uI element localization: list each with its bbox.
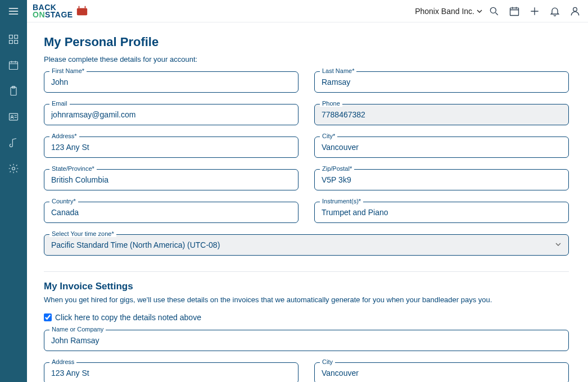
zip-label: Zip/Postal* (320, 165, 354, 172)
invoice-name-field: Name or Company (44, 330, 569, 351)
invoice-form: Name or Company Address City (44, 330, 569, 382)
clipboard-icon (8, 85, 19, 99)
sidebar-item-calendar[interactable] (7, 60, 20, 73)
chevron-down-icon (477, 7, 482, 16)
invoice-section-desc: When you get hired for gigs, we'll use t… (44, 295, 569, 304)
svg-point-1 (490, 7, 496, 13)
invoice-name-label: Name or Company (49, 326, 106, 333)
city-label: City* (320, 133, 337, 139)
invoice-address-input[interactable] (44, 362, 298, 382)
instrument-input[interactable] (314, 202, 569, 223)
profile-form: First Name* Last Name* Email Phone Addre… (44, 71, 569, 256)
hamburger-menu-button[interactable] (0, 0, 27, 22)
band-selector-label: Phonix Band Inc. (415, 7, 474, 16)
address-label: Address* (49, 133, 79, 139)
sidebar-item-music[interactable] (7, 137, 20, 151)
first-name-input[interactable] (44, 71, 298, 93)
state-input[interactable] (44, 169, 298, 190)
calendar-icon (8, 60, 19, 73)
logo-mark-icon (76, 5, 88, 17)
logo-text-onstage: ONSTAGE (33, 11, 73, 19)
grid-icon (8, 34, 19, 47)
invoice-city-field: City (314, 362, 569, 382)
svg-rect-0 (77, 8, 87, 15)
calendar-button[interactable] (508, 5, 521, 17)
user-icon (569, 5, 581, 17)
copy-details-label[interactable]: Click here to copy the details noted abo… (55, 313, 201, 322)
sidebar (0, 22, 27, 382)
content: My Personal Profile Please complete thes… (27, 22, 586, 382)
city-input[interactable] (314, 137, 569, 158)
city-field: City* (314, 137, 569, 158)
invoice-city-label: City (320, 358, 335, 365)
zip-field: Zip/Postal* (314, 169, 569, 190)
invoice-name-input[interactable] (44, 330, 569, 351)
sidebar-item-dashboard[interactable] (7, 34, 20, 47)
svg-rect-7 (15, 40, 18, 44)
notifications-button[interactable] (549, 5, 561, 17)
last-name-input[interactable] (314, 71, 569, 93)
gear-icon (8, 163, 19, 176)
first-name-field: First Name* (44, 71, 298, 93)
timezone-label: Select Your time zone* (49, 230, 116, 237)
address-field: Address* (44, 137, 298, 158)
timezone-value: Pacific Standard Time (North America) (U… (51, 240, 220, 249)
phone-label: Phone (320, 100, 342, 107)
page-title: My Personal Profile (44, 35, 569, 49)
copy-details-row: Click here to copy the details noted abo… (44, 313, 569, 322)
main-layout: My Personal Profile Please complete thes… (0, 22, 588, 382)
last-name-label: Last Name* (320, 67, 356, 74)
state-label: State/Province* (49, 165, 97, 172)
svg-rect-5 (15, 35, 18, 39)
id-card-icon (8, 111, 19, 125)
svg-rect-6 (10, 40, 13, 44)
plus-icon (528, 5, 541, 17)
profile-button[interactable] (569, 5, 581, 17)
svg-rect-4 (10, 35, 13, 39)
first-name-label: First Name* (49, 67, 87, 74)
bell-icon (549, 5, 561, 17)
invoice-address-field: Address (44, 362, 298, 382)
invoice-city-input[interactable] (314, 362, 569, 382)
sidebar-item-clipboard[interactable] (7, 85, 20, 99)
invoice-address-label: Address (49, 358, 76, 365)
country-field: Country* (44, 202, 298, 223)
phone-field: Phone (314, 104, 569, 125)
search-icon (488, 5, 500, 17)
hamburger-icon (8, 6, 19, 17)
country-input[interactable] (44, 202, 298, 223)
svg-point-3 (573, 7, 577, 11)
instrument-label: Instrument(s)* (320, 198, 363, 204)
sidebar-item-contacts[interactable] (7, 111, 20, 125)
email-field: Email (44, 104, 298, 125)
sidebar-item-settings[interactable] (7, 163, 20, 176)
add-button[interactable] (528, 5, 541, 17)
svg-rect-2 (510, 8, 519, 15)
country-label: Country* (49, 198, 78, 204)
chevron-down-icon (555, 240, 562, 249)
calendar-icon (508, 5, 521, 17)
email-label: Email (49, 100, 70, 107)
music-note-icon (8, 137, 19, 151)
app-logo: BACK ONSTAGE (33, 4, 88, 18)
band-selector-dropdown[interactable]: Phonix Band Inc. (415, 7, 482, 16)
page-subtitle: Please complete these details for your a… (44, 55, 569, 63)
timezone-select[interactable]: Pacific Standard Time (North America) (U… (44, 234, 569, 256)
svg-point-13 (12, 167, 15, 170)
content-scroll[interactable]: My Personal Profile Please complete thes… (27, 22, 588, 382)
state-field: State/Province* (44, 169, 298, 190)
phone-input[interactable] (314, 104, 569, 125)
svg-rect-8 (10, 62, 18, 69)
header-actions (488, 5, 581, 17)
copy-details-checkbox[interactable] (44, 313, 52, 321)
app-header: BACK ONSTAGE Phonix Band Inc. (0, 0, 588, 22)
search-button[interactable] (488, 5, 500, 17)
invoice-section-title: My Invoice Settings (44, 281, 569, 292)
section-divider (44, 271, 569, 272)
svg-rect-11 (10, 113, 18, 120)
instrument-field: Instrument(s)* (314, 202, 569, 223)
zip-input[interactable] (314, 169, 569, 190)
address-input[interactable] (44, 137, 298, 158)
timezone-field: Select Your time zone* Pacific Standard … (44, 234, 569, 256)
email-input[interactable] (44, 104, 298, 125)
